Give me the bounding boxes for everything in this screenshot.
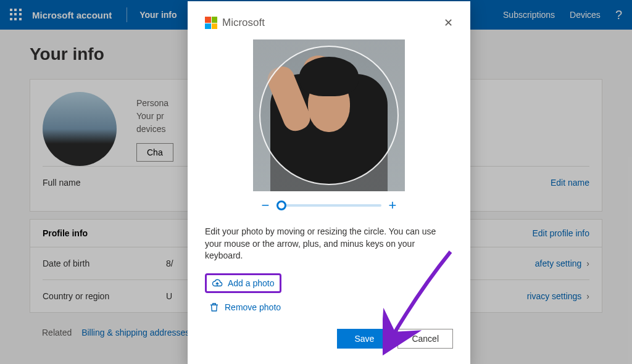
add-photo-button[interactable]: Add a photo [212, 278, 275, 289]
photo-crop-area[interactable] [253, 39, 405, 191]
cloud-upload-icon [212, 278, 223, 289]
save-button[interactable]: Save [337, 329, 391, 349]
zoom-out-icon[interactable]: − [259, 197, 272, 213]
remove-photo-button[interactable]: Remove photo [205, 298, 453, 316]
modal-help-text: Edit your photo by moving or resizing th… [205, 226, 453, 262]
zoom-thumb[interactable] [276, 201, 286, 210]
close-icon[interactable]: ✕ [444, 16, 453, 30]
cancel-button[interactable]: Cancel [397, 329, 453, 349]
zoom-track[interactable] [276, 204, 381, 207]
microsoft-logo-icon [205, 17, 217, 29]
trash-icon [209, 302, 220, 313]
zoom-slider: − + [205, 197, 453, 213]
modal-brand: Microsoft [222, 17, 265, 29]
edit-photo-modal: Microsoft ✕ − + Edit your photo by movin… [188, 1, 470, 364]
zoom-in-icon[interactable]: + [386, 197, 399, 213]
